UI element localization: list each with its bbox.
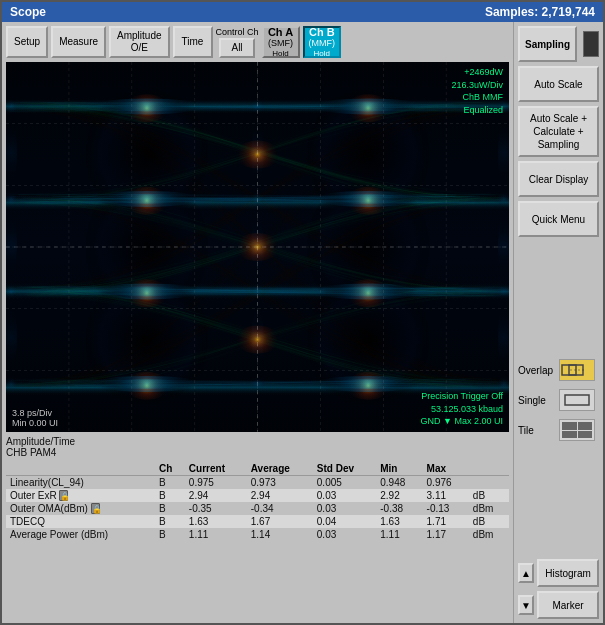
info-top-line2: 216.3uW/Div [451, 79, 503, 92]
meas-min: 1.11 [376, 528, 422, 541]
tile-label: Tile [518, 425, 556, 436]
histogram-button[interactable]: Histogram [537, 559, 599, 587]
meas-unit: dB [469, 515, 509, 528]
meas-unit: dB [469, 489, 509, 502]
histogram-row: ▲ Histogram [518, 559, 599, 587]
meas-data-table: Ch Current Average Std Dev Min Max Linea… [6, 462, 509, 541]
baud-label: 53.125.033 kbaud [421, 403, 503, 416]
toolbar: Setup Measure Amplitude O/E Time Control… [2, 22, 513, 60]
overlap-row: Overlap [518, 359, 599, 381]
marker-down-button[interactable]: ▼ [518, 595, 534, 615]
measurements-table: Ch Current Average Std Dev Min Max Linea… [2, 460, 513, 543]
control-ch-all-button[interactable]: All [219, 38, 255, 58]
meas-stddev: 0.04 [313, 515, 376, 528]
table-row: Linearity(CL_94) B 0.975 0.973 0.005 0.9… [6, 476, 509, 490]
meas-min: -0.38 [376, 502, 422, 515]
meas-name: TDECQ [6, 515, 155, 528]
meas-average: -0.34 [247, 502, 313, 515]
meas-ch: B [155, 502, 185, 515]
app-title: Scope [10, 5, 46, 19]
ps-div-label: 3.8 ps/Div Min 0.00 UI [12, 408, 58, 428]
meas-unit: dBm [469, 528, 509, 541]
table-row: Average Power (dBm) B 1.11 1.14 0.03 1.1… [6, 528, 509, 541]
meas-name: Outer ExR 🔒 [6, 489, 155, 502]
control-ch-label: Control Ch [216, 27, 259, 37]
measure-button[interactable]: Measure [51, 26, 106, 58]
meas-max: 3.11 [423, 489, 469, 502]
meas-name: Average Power (dBm) [6, 528, 155, 541]
marker-button[interactable]: Marker [537, 591, 599, 619]
sampling-button[interactable]: Sampling [518, 26, 577, 62]
overlap-icon[interactable] [559, 359, 595, 381]
col-header-name [6, 462, 155, 476]
col-header-current: Current [185, 462, 247, 476]
tile-q2 [578, 422, 593, 430]
spacer [518, 241, 599, 351]
ch-a-sub: (SMF) [268, 38, 293, 48]
ch-a-button[interactable]: Ch A (SMF) Hold [262, 26, 300, 58]
meas-current: 1.63 [185, 515, 247, 528]
table-row: Outer OMA(dBm) 🔒 B -0.35 -0.34 0.03 -0.3… [6, 502, 509, 515]
single-label: Single [518, 395, 556, 406]
meas-current: 0.975 [185, 476, 247, 490]
amplitude-oe-button[interactable]: Amplitude O/E [109, 26, 169, 58]
scope-window: Scope Samples: 2,719,744 Setup Measure A… [0, 0, 605, 625]
meas-current: -0.35 [185, 502, 247, 515]
marker-row: ▼ Marker [518, 591, 599, 619]
ch-b-label: Ch B [309, 26, 335, 38]
meas-stddev: 0.03 [313, 489, 376, 502]
meas-stddev: 0.005 [313, 476, 376, 490]
meas-ch: B [155, 528, 185, 541]
tile-icon[interactable] [559, 419, 595, 441]
spacer2 [518, 445, 599, 555]
histogram-up-button[interactable]: ▲ [518, 563, 534, 583]
info-top-line4: Equalized [451, 104, 503, 117]
meas-ch: B [155, 515, 185, 528]
waveform-info-bottom-right: Precision Trigger Off 53.125.033 kbaud G… [421, 390, 503, 428]
single-icon[interactable] [559, 389, 595, 411]
main-area: Setup Measure Amplitude O/E Time Control… [2, 22, 603, 623]
quick-menu-button[interactable]: Quick Menu [518, 201, 599, 237]
meas-average: 0.973 [247, 476, 313, 490]
sampling-row: Sampling [518, 26, 599, 62]
meas-current: 2.94 [185, 489, 247, 502]
gnd-label: GND ▼ Max 2.00 UI [421, 415, 503, 428]
single-row: Single [518, 389, 599, 411]
meas-unit: dBm [469, 502, 509, 515]
meas-max: 0.976 [423, 476, 469, 490]
info-top-line3: ChB MMF [451, 91, 503, 104]
meas-ch: B [155, 489, 185, 502]
auto-scale-calc-button[interactable]: Auto Scale + Calculate + Sampling [518, 106, 599, 157]
meas-min: 0.948 [376, 476, 422, 490]
waveform-info-top: +2469dW 216.3uW/Div ChB MMF Equalized [451, 66, 503, 116]
control-ch-area: Control Ch All [216, 27, 259, 58]
meas-unit [469, 476, 509, 490]
col-header-average: Average [247, 462, 313, 476]
table-row: Outer ExR 🔒 B 2.94 2.94 0.03 2.92 3.11 d… [6, 489, 509, 502]
meas-average: 1.14 [247, 528, 313, 541]
meas-name: Linearity(CL_94) [6, 476, 155, 490]
trigger-label: Precision Trigger Off [421, 390, 503, 403]
meas-min: 1.63 [376, 515, 422, 528]
clear-display-button[interactable]: Clear Display [518, 161, 599, 197]
setup-button[interactable]: Setup [6, 26, 48, 58]
ch-a-label: Ch A [268, 26, 293, 38]
meas-max: 1.71 [423, 515, 469, 528]
right-panel: Sampling Auto Scale Auto Scale + Calcula… [513, 22, 603, 623]
ch-b-button[interactable]: Ch B (MMF) Hold [303, 26, 342, 58]
amp-time-label: Amplitude/Time [6, 436, 509, 447]
tile-q4 [578, 431, 593, 439]
col-header-max: Max [423, 462, 469, 476]
sampling-indicator [583, 31, 599, 57]
col-header-min: Min [376, 462, 422, 476]
meas-name: Outer OMA(dBm) 🔒 [6, 502, 155, 515]
ch-b-hold: Hold [314, 49, 330, 58]
meas-stddev: 0.03 [313, 528, 376, 541]
tile-q1 [562, 422, 577, 430]
info-top-line1: +2469dW [451, 66, 503, 79]
auto-scale-button[interactable]: Auto Scale [518, 66, 599, 102]
chb-pam4-label: CHB PAM4 [6, 447, 509, 458]
meas-stddev: 0.03 [313, 502, 376, 515]
meas-current: 1.11 [185, 528, 247, 541]
time-button[interactable]: Time [173, 26, 213, 58]
